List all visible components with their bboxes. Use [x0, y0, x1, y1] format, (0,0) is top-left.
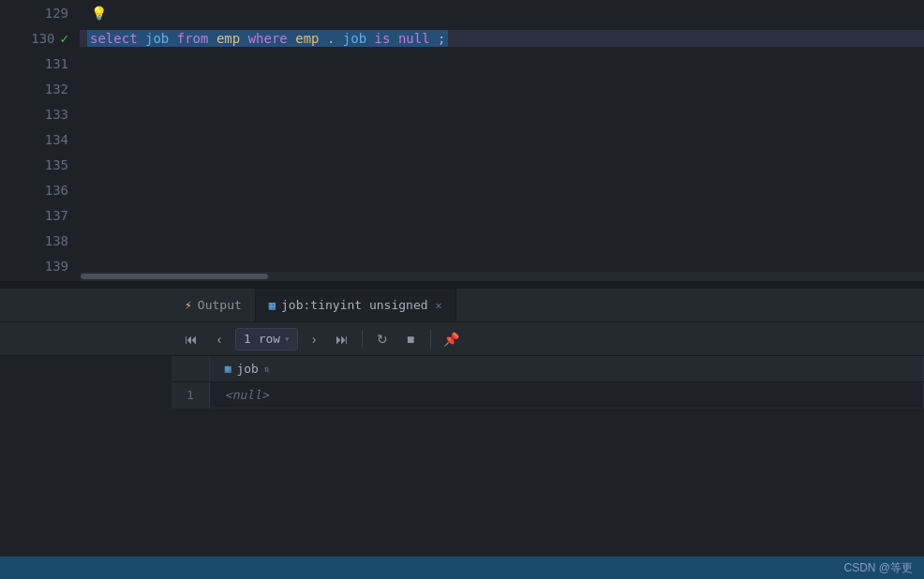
row-num-header — [171, 356, 209, 382]
row-count-selector[interactable]: 1 row ▾ — [235, 328, 298, 350]
next-row-icon: › — [312, 332, 317, 347]
sort-icon: ⇅ — [264, 364, 270, 374]
table-emp2: emp — [295, 31, 319, 46]
editor-scrollbar-thumb[interactable] — [81, 274, 268, 279]
stop-button[interactable]: ■ — [398, 327, 423, 351]
toolbar-divider-2 — [430, 330, 431, 349]
check-icon: ✓ — [61, 31, 68, 46]
main-content: 129 💡 130 ✓ select job from emp — [0, 0, 924, 579]
tab-table[interactable]: ▦ job:tinyint unsigned ✕ — [256, 289, 456, 321]
table-header-row: ▦ job ⇅ — [171, 356, 924, 382]
panel-divider — [0, 281, 924, 289]
col-table-icon: ▦ — [225, 363, 231, 375]
tab-output-label: Output — [198, 298, 242, 312]
output-icon: ⚡ — [185, 298, 192, 312]
prev-row-button[interactable]: ‹ — [207, 327, 231, 351]
table-body: 1 <null> — [171, 382, 924, 408]
line-content-129: 💡 — [80, 6, 924, 21]
code-line-133: 133 — [0, 101, 924, 126]
stop-icon: ■ — [407, 332, 414, 347]
results-toolbar: ⏮ ‹ 1 row ▾ › ⏭ ↻ ■ 📌 — [0, 322, 924, 356]
keyword-where: where — [248, 31, 288, 46]
line-number-135: 135 — [0, 157, 80, 172]
line-content-130[interactable]: select job from emp where emp . job is — [80, 30, 924, 47]
col-job: job — [145, 31, 169, 46]
code-line-137: 137 — [0, 202, 924, 228]
table-icon: ▦ — [269, 299, 276, 312]
line-number-137: 137 — [0, 208, 80, 223]
line-number-132: 132 — [0, 82, 80, 96]
tab-close-button[interactable]: ✕ — [436, 299, 442, 312]
job-value-cell: <null> — [209, 382, 923, 408]
row-number: 1 — [186, 388, 194, 402]
line-number-130: 130 ✓ — [0, 31, 80, 46]
row-count-chevron: ▾ — [284, 334, 290, 344]
null-value: <null> — [225, 388, 269, 402]
code-line-135: 135 — [0, 152, 924, 177]
pin-icon: 📌 — [443, 332, 459, 347]
results-panel: ⚡ Output ▦ job:tinyint unsigned ✕ ⏮ ‹ 1 … — [0, 289, 924, 579]
next-row-button[interactable]: › — [302, 327, 326, 351]
lightbulb-icon: 💡 — [91, 6, 107, 21]
last-row-icon: ⏭ — [335, 332, 349, 347]
code-line-132: 132 — [0, 76, 924, 101]
sql-code: select job from emp where emp . job is — [87, 30, 448, 47]
code-line-129: 129 💡 — [0, 0, 924, 25]
keyword-is: is — [375, 31, 391, 46]
status-text: CSDN @等更 — [843, 560, 913, 576]
line-number-133: 133 — [0, 107, 80, 122]
line-number-134: 134 — [0, 132, 80, 147]
col-name-job: job — [236, 362, 258, 376]
line-number-139: 139 — [0, 259, 80, 274]
semicolon: ; — [438, 31, 445, 46]
line-number-129: 129 — [0, 6, 80, 21]
row-count-label: 1 row — [244, 332, 280, 346]
col-header-job[interactable]: ▦ job ⇅ — [209, 356, 923, 382]
code-line-131: 131 — [0, 51, 924, 76]
pin-button[interactable]: 📌 — [439, 327, 463, 351]
dot: . — [327, 31, 335, 46]
refresh-icon: ↻ — [377, 332, 388, 347]
tabs-bar: ⚡ Output ▦ job:tinyint unsigned ✕ — [0, 289, 924, 322]
first-row-button[interactable]: ⏮ — [179, 327, 203, 351]
keyword-from: from — [177, 31, 209, 46]
last-row-button[interactable]: ⏭ — [330, 327, 354, 351]
table-row: 1 <null> — [171, 382, 924, 408]
first-row-icon: ⏮ — [185, 332, 198, 347]
line-number-138: 138 — [0, 233, 80, 248]
line-number-136: 136 — [0, 183, 80, 198]
code-line-134: 134 — [0, 126, 924, 152]
refresh-button[interactable]: ↻ — [370, 327, 395, 351]
data-table-container: ▦ job ⇅ 1 <null> — [171, 356, 924, 408]
status-bar: CSDN @等更 — [0, 557, 924, 579]
table-emp: emp — [216, 31, 240, 46]
toolbar-divider-1 — [362, 330, 363, 349]
code-line-138: 138 — [0, 228, 924, 253]
tab-output[interactable]: ⚡ Output — [171, 289, 256, 321]
keyword-select: select — [90, 31, 138, 46]
tab-table-label: job:tinyint unsigned — [281, 298, 428, 312]
col-job2: job — [343, 31, 366, 46]
editor-scrollbar[interactable] — [81, 272, 924, 281]
results-table: ▦ job ⇅ 1 <null> — [171, 356, 924, 408]
code-line-130: 130 ✓ select job from emp where emp . — [0, 25, 924, 51]
prev-row-icon: ‹ — [217, 332, 222, 347]
keyword-null: null — [398, 31, 430, 46]
line-number-131: 131 — [0, 56, 80, 71]
col-header-job-content: ▦ job ⇅ — [225, 362, 908, 376]
row-number-cell: 1 — [171, 382, 209, 408]
code-line-136: 136 — [0, 177, 924, 202]
editor-area: 129 💡 130 ✓ select job from emp — [0, 0, 924, 281]
